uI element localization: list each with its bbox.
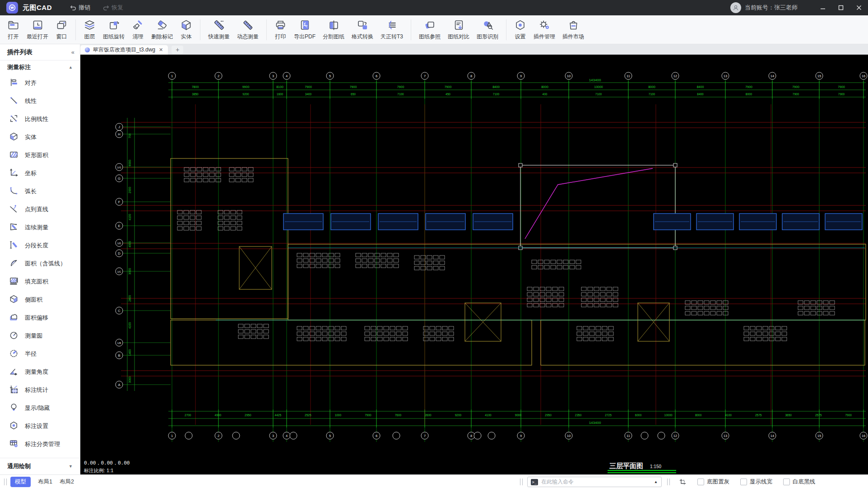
split-sheet-button[interactable]: 分割图纸 [319,17,348,43]
plugin-market-button[interactable]: 插件市场 [559,17,588,43]
white-bg-checkbox-box[interactable] [783,479,790,485]
sheet-rotate-icon [108,19,120,32]
svg-text:7100: 7100 [493,93,500,96]
chevron-up-icon[interactable]: ▲ [69,65,73,70]
plugin-manage-button[interactable]: 插件管理 [530,17,559,43]
recent-open-button[interactable]: 最近打开 [23,17,52,43]
settings-icon [514,19,526,32]
svg-text:7900: 7900 [305,85,312,88]
sidebar-item-annotation-category-manage[interactable]: 标注分类管理 [0,435,80,453]
undo-button[interactable]: 撤销 [70,4,90,12]
export-pdf-button[interactable]: 导出PDF [290,17,319,43]
sidebar-item-side-area[interactable]: 侧面积 [0,291,80,309]
chevron-down-icon[interactable]: ▼ [69,464,73,469]
status-bar: 模型 布局1 布局2 >_ 在此输入命令 ▲ 底图置灰显示线宽白底黑线 [0,474,868,488]
base-gray-checkbox[interactable]: 底图置灰 [697,478,729,486]
align-icon [9,78,19,88]
tab-layout1[interactable]: 布局1 [38,478,52,486]
dynamic-measure-button[interactable]: 动态测量 [233,17,262,43]
sidebar-item-coordinate[interactable]: 坐标 [0,164,80,182]
cad-canvas[interactable]: 7800990081007900790079007900840080001000… [80,55,868,474]
sidebar-item-continuous-measure[interactable]: 连续测量 [0,218,80,237]
white-bg-checkbox[interactable]: 白底黑线 [783,478,815,486]
layers-button[interactable]: 图层 [80,17,99,43]
sheet-rotate-label: 图纸旋转 [103,33,125,41]
delete-marks-button[interactable]: 删除标记 [148,17,176,43]
sidebar-item-rect-area[interactable]: 矩形面积 [0,146,80,164]
sidebar-item-annotation-stats[interactable]: 标注统计 [0,381,80,399]
sheet-compare-button[interactable]: 图纸对比 [444,17,473,43]
sheet-reference-button[interactable]: 图纸参照 [415,17,444,43]
tab-layout2[interactable]: 布局2 [60,478,74,486]
redo-button[interactable]: 恢复 [103,4,123,12]
svg-text:9900: 9900 [242,85,250,88]
export-pdf-icon [299,19,311,32]
sidebar-item-measure-angle[interactable]: 测量角度 [0,363,80,381]
sidebar-item-scale-linear[interactable]: 比例线性 [0,110,80,128]
tab-model[interactable]: 模型 [10,477,31,487]
section-general-draw[interactable]: 通用绘制 [7,462,31,470]
sidebar-item-annotation-settings[interactable]: 标注设置 [0,417,80,435]
close-button[interactable] [850,0,868,15]
tab-close-icon[interactable]: ✕ [158,47,163,53]
export-pdf-label: 导出PDF [294,33,316,41]
arc-length-label: 弧长 [25,187,37,195]
solid-button[interactable]: 实体 [176,17,196,43]
annotation-category-manage-icon [9,439,19,450]
settings-button[interactable]: 设置 [511,17,530,43]
svg-text:7600: 7600 [395,414,402,417]
sidebar-item-show-hide[interactable]: 显示/隐藏 [0,399,80,417]
new-tab-button[interactable]: + [172,46,183,54]
arc-length-icon [9,186,19,197]
section-measure-annotate[interactable]: 测量标注 [7,63,31,71]
document-tab[interactable]: 翠宫饭店改造项目_t3.dwg ✕ [80,45,168,55]
sidebar-collapse-icon[interactable]: « [71,49,74,56]
svg-text:11: 11 [627,434,630,438]
account-label: 当前账号：张三老师 [745,4,798,12]
svg-text:D: D [118,251,121,256]
sidebar-item-point-to-line[interactable]: 点到直线 [0,200,80,218]
sidebar-item-measure-circle[interactable]: 测量圆 [0,327,80,345]
minimize-button[interactable] [814,0,832,15]
selection-capture-icon[interactable] [679,478,687,486]
svg-text:0.00，0.00，0.00: 0.00，0.00，0.00 [84,460,130,466]
sidebar-item-fill-area[interactable]: 填充面积 [0,273,80,291]
window-button[interactable]: 窗口 [52,17,71,43]
sidebar-item-area-offset[interactable]: 面积偏移 [0,309,80,327]
svg-text:14: 14 [771,74,774,78]
format-convert-button[interactable]: 格式转换 [348,17,377,43]
sidebar-item-radius[interactable]: 半径 [0,345,80,363]
quick-measure-button[interactable]: 快速测量 [204,17,233,43]
maximize-icon [838,5,844,10]
user-avatar[interactable] [730,2,741,13]
command-zone-handle [520,479,523,485]
sidebar-item-align[interactable]: 对齐 [0,74,80,92]
print-button[interactable]: 打印 [271,17,290,43]
svg-text:9: 9 [520,74,522,78]
svg-text:7900: 7900 [845,414,852,417]
sidebar-item-linear[interactable]: 线性 [0,92,80,110]
maximize-button[interactable] [832,0,850,15]
show-lineweight-checkbox-box[interactable] [740,479,747,485]
sidebar-item-segment-length[interactable]: 分段长度 [0,237,80,255]
tzh-to-t3-icon [386,19,398,32]
command-expand-icon[interactable]: ▲ [654,480,658,484]
statusbar-drag-handle[interactable] [4,479,7,485]
tzh-to-t3-button[interactable]: 天正转T3 [377,17,407,43]
shape-recognize-button[interactable]: 图形识别 [473,17,502,43]
show-lineweight-checkbox[interactable]: 显示线宽 [740,478,772,486]
segment-length-label: 分段长度 [25,242,48,250]
sidebar-item-solid[interactable]: 实体 [0,128,80,146]
purge-button[interactable]: 清理 [128,17,148,43]
svg-text:F: F [118,200,121,204]
sidebar-item-arc-length[interactable]: 弧长 [0,182,80,200]
sheet-rotate-button[interactable]: 图纸旋转 [99,17,128,43]
svg-text:3650: 3650 [785,414,792,417]
base-gray-checkbox-box[interactable] [697,479,704,485]
floor-plan-drawing[interactable]: 7800990081007900790079007900840080001000… [80,55,868,474]
open-button[interactable]: 打开 [4,17,23,43]
sidebar-item-area-with-arc[interactable]: 面积（含弧线） [0,255,80,273]
sheet-reference-icon [424,19,436,32]
toolbar-divider [200,19,200,40]
command-input[interactable]: >_ 在此输入命令 ▲ [527,477,662,487]
